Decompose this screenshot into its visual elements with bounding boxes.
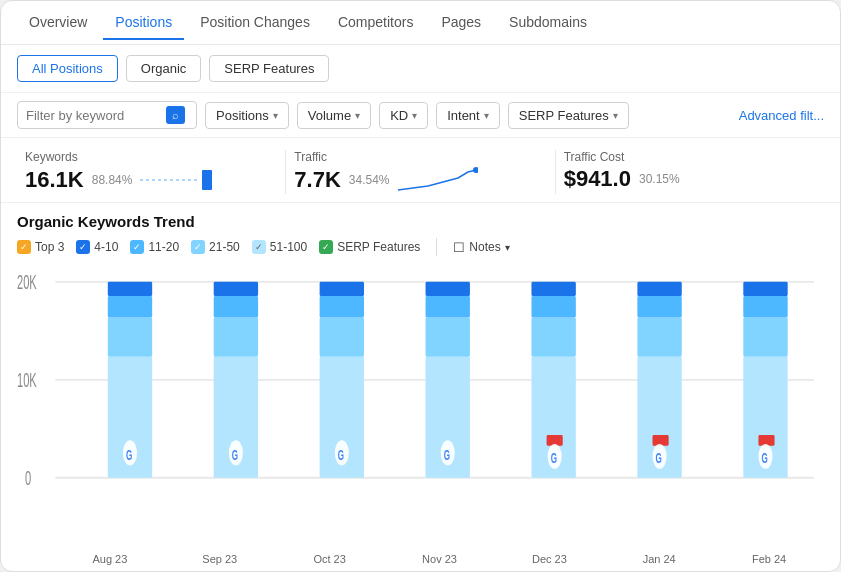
svg-text:20K: 20K	[17, 272, 37, 293]
svg-rect-42	[637, 296, 681, 317]
x-label-oct23: Oct 23	[275, 553, 385, 565]
tab-organic[interactable]: Organic	[126, 55, 202, 82]
chevron-down-icon: ▾	[355, 110, 360, 121]
chart-wrap: 20K 10K 0 G	[17, 264, 824, 549]
legend-51-100[interactable]: ✓ 51-100	[252, 240, 307, 254]
notes-arrow-icon: ▾	[505, 242, 510, 253]
search-wrap[interactable]: ⌕	[17, 101, 197, 129]
x-label-jan24: Jan 24	[604, 553, 714, 565]
kd-dropdown[interactable]: KD ▾	[379, 102, 428, 129]
notes-button[interactable]: ☐ Notes ▾	[453, 240, 509, 255]
top-navigation: Overview Positions Position Changes Comp…	[1, 1, 840, 45]
search-button[interactable]: ⌕	[166, 106, 185, 124]
legend-row: ✓ Top 3 ✓ 4-10 ✓ 11-20 ✓ 21-50 ✓ 51-100 …	[17, 238, 824, 256]
stats-row: Keywords 16.1K 88.84% Traffic 7.7K 34.54…	[1, 138, 840, 203]
nav-position-changes[interactable]: Position Changes	[188, 6, 322, 40]
svg-rect-17	[214, 296, 258, 317]
keywords-stat: Keywords 16.1K 88.84%	[17, 150, 286, 194]
search-input[interactable]	[26, 108, 166, 123]
x-label-sep23: Sep 23	[165, 553, 275, 565]
chart-title: Organic Keywords Trend	[17, 213, 824, 230]
legend-51-100-check: ✓	[252, 240, 266, 254]
svg-rect-12	[108, 282, 152, 296]
svg-rect-23	[320, 296, 364, 317]
volume-dropdown[interactable]: Volume ▾	[297, 102, 371, 129]
serp-features-dropdown[interactable]: SERP Features ▾	[508, 102, 629, 129]
traffic-value-row: 7.7K 34.54%	[294, 166, 534, 194]
traffic-cost-stat: Traffic Cost $941.0 30.15%	[556, 150, 824, 194]
notes-label: Notes	[469, 240, 500, 254]
legend-top3-label: Top 3	[35, 240, 64, 254]
legend-separator	[436, 238, 437, 256]
svg-rect-11	[108, 296, 152, 317]
legend-21-50-label: 21-50	[209, 240, 240, 254]
search-row: ⌕ Positions ▾ Volume ▾ KD ▾ Intent ▾ SER…	[1, 93, 840, 138]
svg-text:G: G	[761, 451, 767, 466]
svg-rect-34	[531, 317, 575, 356]
svg-rect-22	[320, 317, 364, 356]
chart-x-labels: Aug 23 Sep 23 Oct 23 Nov 23 Dec 23 Jan 2…	[17, 549, 824, 571]
svg-rect-16	[214, 317, 258, 356]
legend-4-10-check: ✓	[76, 240, 90, 254]
legend-51-100-label: 51-100	[270, 240, 307, 254]
svg-rect-30	[426, 282, 470, 296]
bar-group-jan24: G	[637, 282, 681, 478]
svg-text:G: G	[551, 451, 557, 466]
traffic-pct: 34.54%	[349, 173, 390, 187]
nav-pages[interactable]: Pages	[429, 6, 493, 40]
legend-4-10[interactable]: ✓ 4-10	[76, 240, 118, 254]
legend-top3-check: ✓	[17, 240, 31, 254]
bar-group-aug23: G	[108, 282, 152, 478]
svg-rect-36	[531, 282, 575, 296]
legend-21-50[interactable]: ✓ 21-50	[191, 240, 240, 254]
nav-subdomains[interactable]: Subdomains	[497, 6, 599, 40]
x-label-feb24: Feb 24	[714, 553, 824, 565]
filter-tabs-row: All Positions Organic SERP Features	[1, 45, 840, 93]
nav-overview[interactable]: Overview	[17, 6, 99, 40]
chevron-down-icon: ▾	[412, 110, 417, 121]
svg-rect-1	[202, 170, 212, 190]
legend-21-50-check: ✓	[191, 240, 205, 254]
bar-group-sep23: G	[214, 282, 258, 478]
traffic-cost-pct: 30.15%	[639, 172, 680, 186]
svg-rect-43	[637, 282, 681, 296]
legend-serp-label: SERP Features	[337, 240, 420, 254]
bar-group-feb24: G	[743, 282, 787, 478]
x-label-nov23: Nov 23	[385, 553, 495, 565]
chevron-down-icon: ▾	[273, 110, 278, 121]
chevron-down-icon: ▾	[484, 110, 489, 121]
advanced-filter-button[interactable]: Advanced filt...	[739, 108, 824, 123]
tab-serp-features[interactable]: SERP Features	[209, 55, 329, 82]
svg-rect-35	[531, 296, 575, 317]
svg-text:G: G	[338, 448, 344, 463]
svg-rect-24	[320, 282, 364, 296]
legend-serp-check: ✓	[319, 240, 333, 254]
traffic-stat: Traffic 7.7K 34.54%	[286, 150, 555, 194]
nav-positions[interactable]: Positions	[103, 6, 184, 40]
svg-text:G: G	[232, 448, 238, 463]
trend-chart: 20K 10K 0 G	[17, 264, 824, 549]
traffic-value: 7.7K	[294, 167, 340, 193]
svg-point-2	[473, 167, 478, 173]
svg-rect-10	[108, 317, 152, 356]
nav-competitors[interactable]: Competitors	[326, 6, 425, 40]
svg-text:G: G	[126, 448, 132, 463]
bar-group-nov23: G	[426, 282, 470, 478]
svg-text:G: G	[656, 451, 662, 466]
svg-rect-49	[743, 296, 787, 317]
svg-rect-28	[426, 317, 470, 356]
svg-rect-18	[214, 282, 258, 296]
tab-all-positions[interactable]: All Positions	[17, 55, 118, 82]
legend-11-20[interactable]: ✓ 11-20	[130, 240, 179, 254]
intent-dropdown[interactable]: Intent ▾	[436, 102, 500, 129]
svg-rect-29	[426, 296, 470, 317]
positions-dropdown[interactable]: Positions ▾	[205, 102, 289, 129]
chevron-down-icon: ▾	[613, 110, 618, 121]
svg-text:G: G	[444, 448, 450, 463]
legend-serp-features[interactable]: ✓ SERP Features	[319, 240, 420, 254]
traffic-label: Traffic	[294, 150, 534, 164]
legend-top3[interactable]: ✓ Top 3	[17, 240, 64, 254]
bar-group-oct23: G	[320, 282, 364, 478]
keywords-value: 16.1K	[25, 167, 84, 193]
svg-text:10K: 10K	[17, 370, 37, 391]
